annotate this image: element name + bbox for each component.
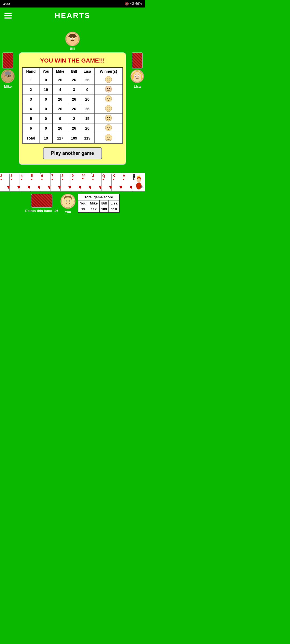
mute-icon: 🔇 [125, 2, 129, 6]
score-table: Hand You Mike Bill Lisa Winner(s) 1 0 26… [22, 67, 123, 144]
svg-point-12 [9, 76, 10, 77]
svg-point-50 [67, 202, 68, 203]
svg-point-40 [137, 77, 137, 78]
row3-hand: 3 [22, 94, 39, 104]
bill-label: Bill [70, 47, 75, 51]
play-another-button[interactable]: Play another game [43, 147, 102, 159]
row1-winner [95, 75, 123, 85]
total-lisa: 119 [80, 133, 95, 144]
svg-point-48 [66, 200, 67, 202]
row5-hand: 5 [22, 114, 39, 123]
svg-point-13 [7, 77, 8, 78]
col-hand: Hand [22, 68, 39, 75]
svg-point-27 [107, 117, 108, 118]
mike-label: Mike [4, 85, 12, 89]
score-row-2: 2 19 4 3 0 [22, 85, 123, 94]
battery-icon: 66% [135, 2, 142, 6]
lisa-label: Lisa [134, 85, 141, 89]
signal-icon: 4G [130, 2, 134, 6]
svg-point-11 [6, 76, 6, 77]
you-avatar [60, 194, 75, 209]
svg-point-39 [138, 76, 139, 76]
row2-mike: 4 [52, 85, 68, 94]
opponent-lisa: Lisa [130, 52, 144, 89]
row3-you: 0 [39, 94, 52, 104]
svg-point-4 [74, 38, 74, 39]
win-title: YOU WIN THE GAME!!! [22, 57, 123, 64]
row4-hand: 4 [22, 104, 39, 114]
you-label: You [65, 210, 71, 214]
row1-you: 0 [39, 75, 52, 85]
deck-cards [31, 194, 52, 208]
row3-bill: 26 [68, 94, 80, 104]
row2-winner [95, 85, 123, 94]
header: HEARTS [0, 8, 145, 24]
svg-point-32 [105, 134, 112, 141]
svg-point-29 [105, 125, 112, 131]
bottom-area: Points this hand: 26 You [22, 192, 123, 217]
svg-text:♣: ♣ [140, 185, 142, 188]
svg-point-19 [109, 88, 110, 89]
svg-point-30 [107, 127, 108, 128]
row6-bill: 26 [68, 123, 80, 133]
score-row-4: 4 0 26 26 26 [22, 104, 123, 114]
svg-point-18 [107, 88, 108, 89]
game-area: Bill [0, 24, 145, 220]
svg-point-24 [107, 108, 108, 108]
svg-point-14 [105, 76, 112, 83]
row2-lisa: 0 [80, 85, 95, 94]
row1-bill: 26 [68, 75, 80, 85]
total-score-box: Total game score You Mike Bill Lisa 19 1… [78, 194, 120, 213]
app-title: HEARTS [55, 11, 90, 20]
row6-mike: 26 [52, 123, 68, 133]
svg-point-33 [107, 137, 108, 138]
svg-point-17 [105, 86, 112, 92]
svg-point-26 [105, 115, 112, 121]
total-you: 19 [39, 133, 52, 144]
col-winners: Winner(s) [95, 68, 123, 75]
svg-point-38 [135, 76, 136, 76]
card-qs[interactable]: Q ♠ Q ♠ Q ♣ [132, 173, 145, 192]
row3-lisa: 26 [80, 94, 95, 104]
row1-mike: 26 [52, 75, 68, 85]
row4-winner [95, 104, 123, 114]
you-section: You [60, 194, 75, 214]
total-mike: 117 [52, 133, 68, 144]
svg-point-25 [109, 108, 110, 108]
score-row-5: 5 0 9 2 15 [22, 114, 123, 123]
ts-col-lisa: Lisa [109, 200, 119, 206]
ts-col-you: You [78, 200, 88, 206]
total-score-title: Total game score [78, 194, 119, 200]
row4-mike: 26 [52, 104, 68, 114]
svg-point-7 [5, 71, 11, 75]
ts-col-mike: Mike [88, 200, 99, 206]
total-winner [95, 133, 123, 144]
svg-point-5 [72, 39, 73, 40]
mike-cards [2, 52, 13, 68]
row4-lisa: 26 [80, 104, 95, 114]
score-row-6: 6 0 26 26 26 [22, 123, 123, 133]
svg-point-28 [109, 117, 110, 118]
row2-hand: 2 [22, 85, 39, 94]
row2-you: 19 [39, 85, 52, 94]
lisa-avatar [130, 69, 144, 83]
row3-winner [95, 94, 123, 104]
opponent-bill: Bill [65, 32, 80, 51]
col-you: You [39, 68, 52, 75]
row3-mike: 26 [52, 94, 68, 104]
row4-bill: 26 [68, 104, 80, 114]
row5-mike: 9 [52, 114, 68, 123]
svg-point-21 [107, 98, 108, 99]
side-area: Mike YOU WIN THE GAME!!! Hand You Mike B… [0, 52, 145, 165]
row4-you: 0 [39, 104, 52, 114]
total-score-table: You Mike Bill Lisa 19 117 109 119 [78, 200, 119, 212]
row6-hand: 6 [22, 123, 39, 133]
row5-winner [95, 114, 123, 123]
menu-button[interactable] [4, 13, 12, 19]
svg-point-34 [109, 137, 110, 138]
row5-lisa: 15 [80, 114, 95, 123]
row6-you: 0 [39, 123, 52, 133]
row1-lisa: 26 [80, 75, 95, 85]
row1-hand: 1 [22, 75, 39, 85]
opponent-mike: Mike [1, 52, 15, 89]
